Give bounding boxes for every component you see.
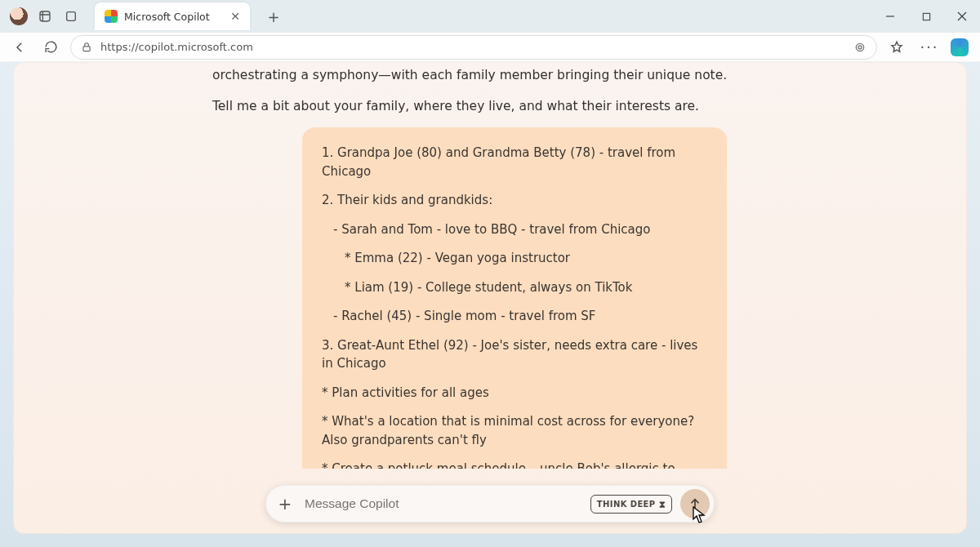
think-deep-label: THINK DEEP <box>597 500 656 509</box>
workspaces-icon[interactable] <box>36 7 54 25</box>
user-line: - Rachel (45) - Single mom - travel from… <box>322 307 707 326</box>
titlebar-left: Microsoft Copilot ✕ + <box>0 0 286 33</box>
browser-tab[interactable]: Microsoft Copilot ✕ <box>95 2 250 30</box>
tab-title: Microsoft Copilot <box>124 11 224 23</box>
svg-rect-6 <box>83 46 90 51</box>
maximize-button[interactable] <box>908 0 944 33</box>
url-text: https://copilot.microsoft.com <box>100 41 253 53</box>
close-window-button[interactable] <box>944 0 980 33</box>
copilot-sidebar-icon[interactable] <box>951 38 969 56</box>
site-info-icon[interactable] <box>81 42 92 53</box>
more-menu-icon[interactable]: ··· <box>918 36 941 59</box>
user-line: 3. Great-Aunt Ethel (92) - Joe's sister,… <box>322 336 707 373</box>
composer: + THINK DEEP ⧗ <box>265 485 715 523</box>
new-tab-button[interactable]: + <box>261 4 286 29</box>
assistant-line: orchestrating a symphony—with each famil… <box>212 65 768 85</box>
user-line: * Create a potluck meal schedule – uncle… <box>322 460 707 469</box>
shopping-icon[interactable] <box>853 41 866 54</box>
hourglass-icon: ⧗ <box>659 499 666 509</box>
toolbar: https://copilot.microsoft.com ··· <box>0 33 980 62</box>
window-titlebar: Microsoft Copilot ✕ + <box>0 0 980 33</box>
back-button[interactable] <box>8 36 31 59</box>
send-button[interactable] <box>680 489 710 518</box>
window-controls <box>872 0 980 33</box>
page-content: orchestrating a symphony—with each famil… <box>13 62 967 534</box>
user-line: * Liam (19) - College student, always on… <box>322 278 707 297</box>
tab-actions-icon[interactable] <box>62 7 80 25</box>
profile-avatar[interactable] <box>10 7 28 25</box>
conversation-area: orchestrating a symphony—with each famil… <box>13 62 967 469</box>
copilot-favicon-icon <box>105 10 118 23</box>
minimize-button[interactable] <box>872 0 908 33</box>
tab-close-icon[interactable]: ✕ <box>230 10 240 23</box>
toolbar-actions: ··· <box>885 36 972 59</box>
svg-rect-1 <box>67 12 76 21</box>
user-line: 2. Their kids and grandkids: <box>322 191 707 210</box>
favorites-icon[interactable] <box>885 36 908 59</box>
address-bar[interactable]: https://copilot.microsoft.com <box>70 35 877 60</box>
composer-area: + THINK DEEP ⧗ <box>13 485 967 523</box>
attach-button[interactable]: + <box>274 492 296 515</box>
message-input[interactable] <box>305 496 582 511</box>
user-line: * What's a location that is minimal cost… <box>322 412 707 449</box>
user-line: * Plan activities for all ages <box>322 384 707 402</box>
refresh-button[interactable] <box>39 36 62 59</box>
user-line: - Sarah and Tom - love to BBQ - travel f… <box>322 220 707 239</box>
user-line: 1. Grandpa Joe (80) and Grandma Betty (7… <box>322 144 707 180</box>
assistant-line: Tell me a bit about your family, where t… <box>212 96 768 116</box>
user-line: * Emma (22) - Vegan yoga instructor <box>322 249 707 268</box>
assistant-message: orchestrating a symphony—with each famil… <box>196 62 784 116</box>
svg-point-7 <box>858 46 862 49</box>
think-deep-toggle[interactable]: THINK DEEP ⧗ <box>590 495 672 514</box>
svg-rect-3 <box>923 13 929 20</box>
svg-rect-0 <box>40 11 50 21</box>
user-message: 1. Grandpa Joe (80) and Grandma Betty (7… <box>302 127 727 469</box>
